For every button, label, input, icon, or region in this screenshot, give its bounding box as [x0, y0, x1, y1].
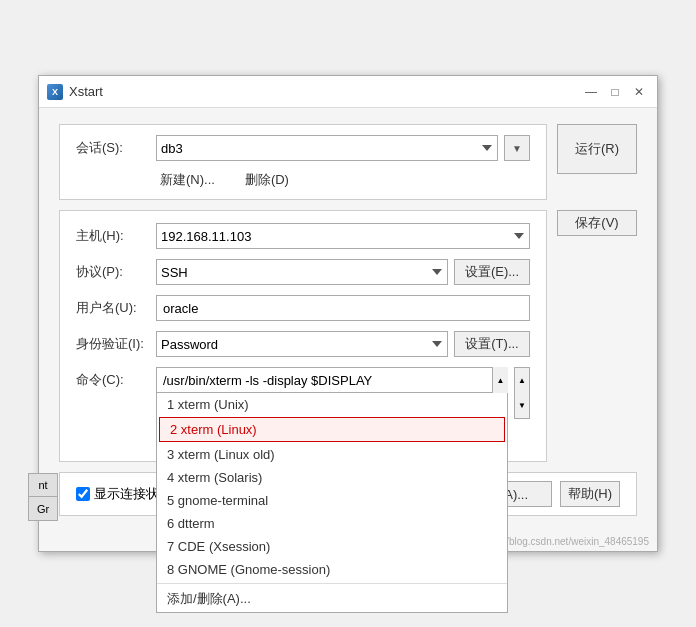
auth-settings-button[interactable]: 设置(T)...: [454, 331, 530, 357]
command-row: 命令(C): ▲ 1 xterm (Unix) 2 xterm (Linux): [76, 367, 530, 419]
session-dropdown-btn[interactable]: ▼: [504, 135, 530, 161]
session-section: 会话(S): db3 ▼ 新建(N)... 删除(D): [59, 124, 547, 200]
command-dropdown: 1 xterm (Unix) 2 xterm (Linux) 3 xterm (…: [156, 393, 508, 613]
cmd-item-4[interactable]: 4 xterm (Solaris): [157, 466, 507, 489]
minimize-button[interactable]: —: [581, 82, 601, 102]
main-window: X Xstart — □ ✕ 会话(S): db3 ▼: [38, 75, 658, 552]
host-label: 主机(H):: [76, 227, 156, 245]
auth-row: 身份验证(I): Password 设置(T)...: [76, 331, 530, 357]
save-button[interactable]: 保存(V): [557, 210, 637, 236]
scrollbar-up[interactable]: ▲: [515, 368, 529, 393]
host-row: 主机(H): 192.168.11.103: [76, 223, 530, 249]
cmd-item-1[interactable]: 1 xterm (Unix): [157, 393, 507, 416]
cmd-item-6[interactable]: 6 dtterm: [157, 512, 507, 535]
window-controls: — □ ✕: [581, 82, 649, 102]
content-area: 会话(S): db3 ▼ 新建(N)... 删除(D) 运行(R): [39, 108, 657, 532]
cmd-item-3[interactable]: 3 xterm (Linux old): [157, 443, 507, 466]
new-session-link[interactable]: 新建(N)...: [160, 171, 215, 189]
host-select[interactable]: 192.168.11.103: [156, 223, 530, 249]
show-status-checkbox[interactable]: [76, 487, 90, 501]
run-button-container: 运行(R): [557, 124, 637, 200]
maximize-button[interactable]: □: [605, 82, 625, 102]
username-input[interactable]: [156, 295, 530, 321]
auth-label: 身份验证(I):: [76, 335, 156, 353]
username-row: 用户名(U):: [76, 295, 530, 321]
title-bar-left: X Xstart: [47, 84, 103, 100]
help-button[interactable]: 帮助(H): [560, 481, 620, 507]
command-label: 命令(C):: [76, 367, 156, 389]
tab-nt[interactable]: nt: [28, 473, 58, 497]
auth-select[interactable]: Password: [156, 331, 448, 357]
close-button[interactable]: ✕: [629, 82, 649, 102]
cmd-item-7[interactable]: 7 CDE (Xsession): [157, 535, 507, 558]
command-input[interactable]: [156, 367, 508, 393]
cmd-item-5[interactable]: 5 gnome-terminal: [157, 489, 507, 512]
session-row: 会话(S): db3 ▼: [76, 135, 530, 161]
window-icon: X: [47, 84, 63, 100]
window-title: Xstart: [69, 84, 103, 99]
session-actions: 新建(N)... 删除(D): [76, 171, 530, 189]
save-button-container: 保存(V): [557, 210, 637, 462]
protocol-label: 协议(P):: [76, 263, 156, 281]
scrollbar-down[interactable]: ▼: [515, 393, 529, 418]
command-container: ▲ 1 xterm (Unix) 2 xterm (Linux) 3 xterm…: [156, 367, 508, 393]
title-bar: X Xstart — □ ✕: [39, 76, 657, 108]
cmd-item-2[interactable]: 2 xterm (Linux): [159, 417, 505, 442]
run-button[interactable]: 运行(R): [557, 124, 637, 174]
delete-session-link[interactable]: 删除(D): [245, 171, 289, 189]
tab-bar-vertical: nt Gr: [28, 473, 58, 521]
protocol-settings-button[interactable]: 设置(E)...: [454, 259, 530, 285]
cmd-item-8[interactable]: 8 GNOME (Gnome-session): [157, 558, 507, 581]
settings-section: 主机(H): 192.168.11.103 协议(P): SSH 设置(E: [59, 210, 547, 462]
cmd-scroll-up[interactable]: ▲: [492, 367, 508, 393]
cmd-scrollbar: ▲ ▼: [514, 367, 530, 419]
session-select[interactable]: db3: [156, 135, 498, 161]
cmd-add-remove[interactable]: 添加/删除(A)...: [157, 586, 507, 612]
protocol-row: 协议(P): SSH 设置(E)...: [76, 259, 530, 285]
tab-gr[interactable]: Gr: [28, 497, 58, 521]
session-label: 会话(S):: [76, 139, 156, 157]
username-label: 用户名(U):: [76, 299, 156, 317]
protocol-select[interactable]: SSH: [156, 259, 448, 285]
